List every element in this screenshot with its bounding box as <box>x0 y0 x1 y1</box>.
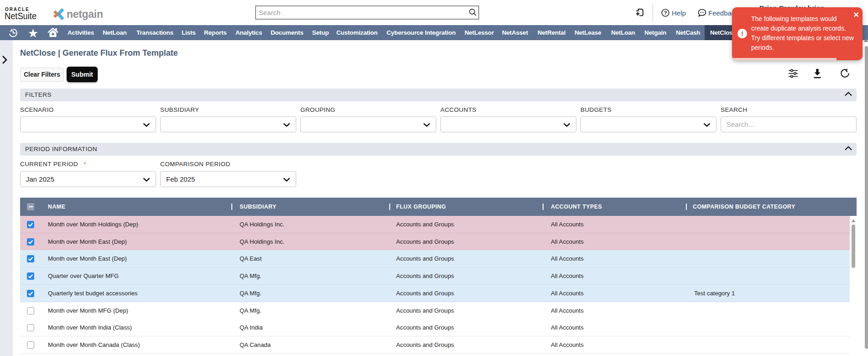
svg-text:?: ? <box>664 10 667 16</box>
